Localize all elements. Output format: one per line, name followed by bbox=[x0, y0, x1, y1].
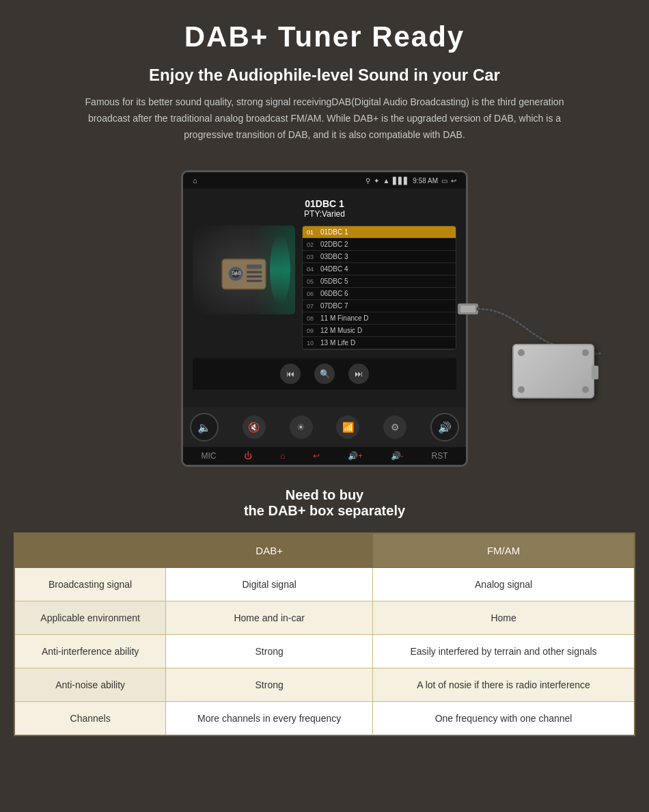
volume-down-btn[interactable]: 🔈 bbox=[190, 413, 219, 442]
channel-item[interactable]: 0404DBC 4 bbox=[303, 263, 456, 275]
need-to-buy-line2: the DAB+ box separately bbox=[0, 503, 649, 519]
battery-icon: ▭ bbox=[441, 177, 447, 185]
table-cell-fm: Easily interfered by terrain and other s… bbox=[373, 635, 635, 668]
channel-num: 09 bbox=[307, 327, 320, 334]
mute-btn[interactable]: 🔇 bbox=[243, 416, 266, 439]
location-icon: ⚲ bbox=[365, 177, 370, 185]
table-body: Broadcasting signal Digital signal Analo… bbox=[14, 568, 635, 736]
table-cell-feature: Anti-interference ability bbox=[14, 635, 166, 668]
channel-name: 01DBC 1 bbox=[320, 228, 348, 236]
channel-item[interactable]: 0606DBC 6 bbox=[303, 288, 456, 300]
table-cell-fm: A lot of nosie if there is radio interfe… bbox=[373, 668, 635, 702]
dab-screw-br bbox=[582, 386, 589, 393]
power-icon: ⏻ bbox=[244, 451, 252, 461]
dab-screw-bl bbox=[518, 386, 525, 393]
table-header-row: DAB+ FM/AM bbox=[14, 533, 635, 568]
rst-label: RST bbox=[432, 451, 448, 461]
channel-name: 04DBC 4 bbox=[320, 265, 348, 273]
col-header-fm: FM/AM bbox=[373, 533, 635, 568]
need-to-buy: Need to buy the DAB+ box separately bbox=[0, 474, 649, 526]
table-cell-dab: Home and in-car bbox=[166, 601, 373, 635]
table-cell-dab: More channels in every frequency bbox=[166, 702, 373, 736]
time-display: 9:58 AM bbox=[413, 177, 438, 185]
pty-label: PTY:Varied bbox=[193, 209, 456, 219]
channel-num: 04 bbox=[307, 266, 320, 273]
channel-item[interactable]: 0202DBC 2 bbox=[303, 239, 456, 251]
col-header-empty bbox=[14, 533, 166, 568]
screen-main: 01DBC 1 PTY:Varied bbox=[183, 189, 466, 407]
settings-btn[interactable]: ⚙ bbox=[383, 416, 406, 439]
vol-down-icon: 🔊- bbox=[391, 451, 404, 461]
channel-num: 05 bbox=[307, 278, 320, 285]
description: Famous for its better sound quality, str… bbox=[68, 94, 581, 143]
dab-screw-tr bbox=[582, 349, 589, 356]
channel-item[interactable]: 0505DBC 5 bbox=[303, 275, 456, 288]
mic-icon: MIC bbox=[201, 451, 216, 461]
table-row: Channels More channels in every frequenc… bbox=[14, 702, 635, 736]
back-nav-icon: ↩ bbox=[313, 451, 320, 461]
channel-num: 03 bbox=[307, 254, 320, 260]
table-cell-fm: Home bbox=[373, 601, 635, 635]
svg-rect-5 bbox=[247, 271, 262, 273]
radio-content: DAB 0101DBC 10202DBC 20303DBC 30404DBC 4… bbox=[193, 226, 456, 350]
table-cell-feature: Applicable environment bbox=[14, 601, 166, 635]
col-header-dab: DAB+ bbox=[166, 533, 373, 568]
table-cell-fm: Analog signal bbox=[373, 568, 635, 601]
home-icon: ⌂ bbox=[193, 176, 197, 185]
svg-text:DAB: DAB bbox=[232, 271, 241, 276]
channel-name: 02DBC 2 bbox=[320, 241, 348, 248]
car-screen: ⌂ ⚲ ✦ ▲ ▋▋▋ 9:58 AM ▭ ↩ 01DBC 1 PTY:Vari… bbox=[181, 170, 468, 467]
channel-item[interactable]: 0101DBC 1 bbox=[303, 226, 456, 239]
vol-up-icon: 🔊+ bbox=[348, 451, 363, 461]
channel-name: 13 M Life D bbox=[320, 339, 355, 347]
dab-screw-tl bbox=[518, 349, 525, 356]
table-row: Broadcasting signal Digital signal Analo… bbox=[14, 568, 635, 601]
svg-rect-7 bbox=[247, 280, 262, 282]
back-icon: ↩ bbox=[451, 177, 456, 185]
device-section: ⌂ ⚲ ✦ ▲ ▋▋▋ 9:58 AM ▭ ↩ 01DBC 1 PTY:Vari… bbox=[0, 157, 649, 474]
radio-image-area: DAB bbox=[193, 226, 295, 314]
svg-rect-6 bbox=[247, 275, 262, 278]
search-btn[interactable]: 🔍 bbox=[314, 364, 335, 384]
wifi-icon: ▲ bbox=[383, 177, 389, 185]
dab-hardware-box bbox=[512, 344, 594, 398]
prev-btn[interactable]: ⏮ bbox=[280, 364, 301, 384]
channel-item[interactable]: 0912 M Music D bbox=[303, 325, 456, 337]
svg-rect-10 bbox=[460, 306, 475, 312]
radio-device-icon: DAB bbox=[193, 226, 295, 314]
bluetooth-icon: ✦ bbox=[374, 177, 379, 185]
screen-nav-bar: MIC ⏻ ⌂ ↩ 🔊+ 🔊- RST bbox=[183, 447, 466, 465]
comparison-table: DAB+ FM/AM Broadcasting signal Digital s… bbox=[14, 532, 635, 736]
channel-name: 05DBC 5 bbox=[320, 278, 348, 285]
svg-rect-4 bbox=[247, 265, 262, 269]
channel-item[interactable]: 0303DBC 3 bbox=[303, 251, 456, 263]
channel-item[interactable]: 0811 M Finance D bbox=[303, 312, 456, 325]
channel-num: 08 bbox=[307, 315, 320, 322]
channel-name: 06DBC 6 bbox=[320, 290, 348, 297]
equalizer-btn[interactable]: 📶 bbox=[336, 416, 359, 439]
table-row: Anti-interference ability Strong Easily … bbox=[14, 635, 635, 668]
channel-num: 07 bbox=[307, 303, 320, 310]
channel-num: 06 bbox=[307, 290, 320, 297]
channel-name: 12 M Music D bbox=[320, 327, 362, 334]
main-title: DAB+ Tuner Ready bbox=[27, 21, 622, 53]
channel-num: 10 bbox=[307, 340, 320, 347]
home-nav-icon: ⌂ bbox=[280, 451, 285, 461]
subtitle: Enjoy the Audiophile-level Sound in your… bbox=[27, 66, 622, 85]
channel-item[interactable]: 0707DBC 7 bbox=[303, 300, 456, 312]
header-section: DAB+ Tuner Ready Enjoy the Audiophile-le… bbox=[0, 0, 649, 157]
table-cell-dab: Strong bbox=[166, 668, 373, 702]
table-cell-dab: Strong bbox=[166, 635, 373, 668]
channel-item[interactable]: 1013 M Life D bbox=[303, 337, 456, 349]
screen-bottom-bar: 🔈 🔇 ☀ 📶 ⚙ 🔊 bbox=[183, 407, 466, 447]
table-cell-feature: Broadcasting signal bbox=[14, 568, 166, 601]
channel-name: 07DBC 7 bbox=[320, 302, 348, 310]
volume-up-btn[interactable]: 🔊 bbox=[430, 413, 459, 442]
table-section: DAB+ FM/AM Broadcasting signal Digital s… bbox=[0, 526, 649, 750]
next-btn[interactable]: ⏭ bbox=[348, 364, 369, 384]
brightness-btn[interactable]: ☀ bbox=[290, 416, 313, 439]
media-controls: ⏮ 🔍 ⏭ bbox=[193, 358, 456, 390]
status-icons: ⚲ ✦ ▲ ▋▋▋ 9:58 AM ▭ ↩ bbox=[365, 177, 456, 185]
channel-list: 0101DBC 10202DBC 20303DBC 30404DBC 40505… bbox=[302, 226, 456, 350]
channel-num: 02 bbox=[307, 241, 320, 248]
